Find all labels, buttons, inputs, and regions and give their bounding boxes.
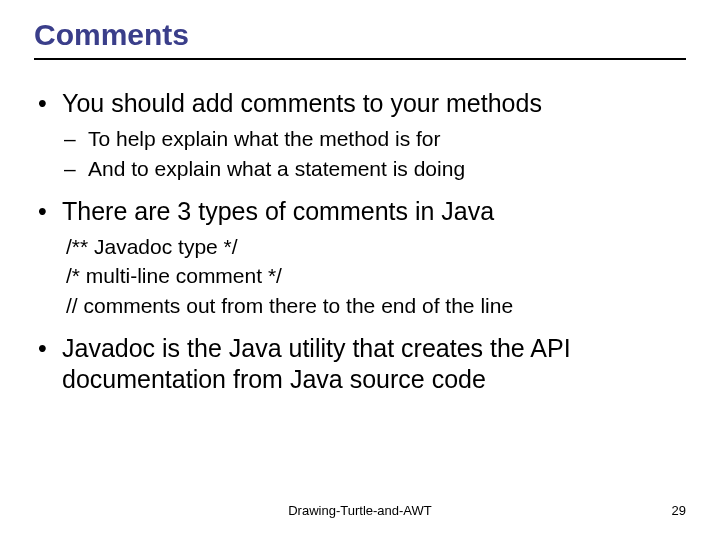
- sub-item: To help explain what the method is for: [62, 125, 686, 152]
- bullet-text: Javadoc is the Java utility that creates…: [62, 334, 571, 393]
- footer-label: Drawing-Turtle-and-AWT: [0, 503, 720, 518]
- sub-list: To help explain what the method is for A…: [62, 125, 686, 182]
- sub-list: /** Javadoc type */ /* multi-line commen…: [62, 233, 686, 319]
- bullet-item: Javadoc is the Java utility that creates…: [34, 333, 686, 396]
- bullet-text: There are 3 types of comments in Java: [62, 197, 494, 225]
- bullet-item: There are 3 types of comments in Java /*…: [34, 196, 686, 319]
- sub-item: /** Javadoc type */: [62, 233, 686, 260]
- sub-item: /* multi-line comment */: [62, 262, 686, 289]
- bullet-item: You should add comments to your methods …: [34, 88, 686, 182]
- bullet-list: You should add comments to your methods …: [34, 88, 686, 395]
- sub-item: // comments out from there to the end of…: [62, 292, 686, 319]
- bullet-text: You should add comments to your methods: [62, 89, 542, 117]
- sub-item: And to explain what a statement is doing: [62, 155, 686, 182]
- slide-title: Comments: [34, 18, 686, 60]
- slide: Comments You should add comments to your…: [0, 0, 720, 540]
- page-number: 29: [672, 503, 686, 518]
